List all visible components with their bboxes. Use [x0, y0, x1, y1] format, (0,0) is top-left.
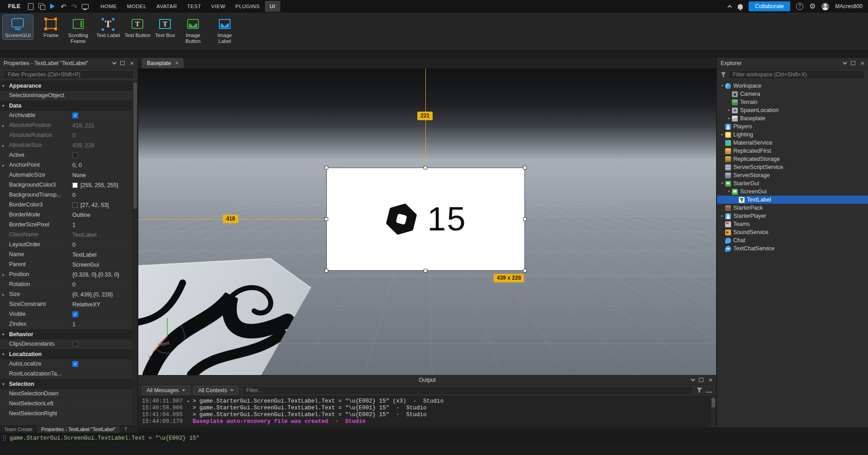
property-row-bordercolor3[interactable]: BorderColor3[27, 42, 53] [0, 200, 137, 210]
tree-node-lighting[interactable]: Lighting [717, 131, 868, 139]
messages-filter-dropdown[interactable]: All Messages [142, 386, 190, 395]
resize-handle[interactable] [325, 166, 328, 169]
tool-text-button[interactable]: Text Button [122, 15, 153, 39]
property-row-visible[interactable]: Visible [0, 310, 137, 319]
tool-image-button[interactable]: Image Button [177, 15, 209, 45]
tree-node-textchatservice[interactable]: TextChatService [717, 244, 868, 253]
property-row-parent[interactable]: ParentScreenGui [0, 260, 137, 270]
property-row-sizeconstraint[interactable]: SizeConstraintRelativeXY [0, 300, 137, 310]
menu-ui[interactable]: UI [265, 1, 281, 12]
tree-node-baseplate[interactable]: Baseplate [717, 114, 868, 122]
property-row-absoluteposition[interactable]: AbsolutePosition418, 221 [0, 121, 137, 131]
color-swatch[interactable] [72, 202, 78, 208]
property-value[interactable] [69, 359, 137, 369]
property-row-automaticsize[interactable]: AutomaticSizeNone [0, 170, 137, 180]
tree-node-spawnlocation[interactable]: SpawnLocation [717, 106, 868, 114]
color-swatch[interactable] [72, 183, 78, 188]
contexts-filter-dropdown[interactable]: All Contexts [193, 386, 238, 395]
tree-node-screengui[interactable]: ScreenGui [717, 188, 868, 196]
checkbox-checked-icon[interactable] [72, 113, 78, 118]
expand-open-icon[interactable] [726, 188, 731, 196]
property-value[interactable] [69, 409, 137, 418]
close-icon[interactable] [708, 376, 712, 384]
section-collapse-icon[interactable] [2, 329, 5, 339]
tool-screengui[interactable]: ScreenGUI [3, 15, 33, 39]
property-value[interactable] [69, 91, 137, 100]
expand-arrow-icon[interactable] [2, 270, 5, 280]
log-expand-icon[interactable]: ▸ [187, 398, 193, 405]
command-bar-input[interactable] [9, 435, 865, 441]
drag-grip-icon[interactable] [3, 435, 6, 441]
checkbox-checked-icon[interactable] [72, 361, 78, 367]
menu-model[interactable]: MODEL [122, 1, 151, 12]
tool-scrolling-frame[interactable]: Scrolling Frame [62, 15, 94, 45]
section-selection[interactable]: Selection [0, 379, 137, 389]
menu-test[interactable]: TEST [182, 1, 206, 12]
log-line[interactable]: 15:44:09.179Baseplate auto-recovery file… [142, 418, 709, 425]
property-value[interactable] [69, 339, 137, 349]
funnel-filter-icon[interactable] [721, 72, 726, 77]
file-menu[interactable]: FILE [4, 3, 25, 9]
menu-home[interactable]: HOME [95, 1, 122, 12]
section-collapse-icon[interactable] [2, 81, 5, 91]
close-icon[interactable] [130, 60, 134, 67]
property-value[interactable]: TextLabel [69, 250, 137, 259]
property-row-archivable[interactable]: Archivable [0, 111, 137, 121]
property-row-rootlocalizationtable[interactable]: RootLocalizationTa... [0, 369, 137, 379]
help-icon[interactable] [796, 3, 803, 10]
output-filter-input[interactable] [242, 386, 693, 395]
resize-handle[interactable] [325, 269, 328, 272]
checkbox-unchecked-icon[interactable] [72, 152, 78, 158]
property-row-bordersizepixel[interactable]: BorderSizePixel1 [0, 220, 137, 230]
expand-arrow-icon[interactable] [2, 160, 5, 170]
menu-avatar[interactable]: AVATAR [151, 1, 182, 12]
tree-node-terrain[interactable]: Terrain [717, 98, 868, 106]
funnel-filter-icon[interactable] [697, 388, 702, 393]
chevron-down-icon[interactable] [843, 60, 847, 65]
close-icon[interactable] [860, 60, 864, 67]
property-value[interactable] [69, 389, 137, 399]
property-row-bordermode[interactable]: BorderModeOutline [0, 210, 137, 220]
tool-image-label[interactable]: Image Label [209, 15, 241, 45]
property-row-zindex[interactable]: ZIndex1 [0, 319, 137, 329]
property-value[interactable]: 1 [69, 319, 137, 329]
menu-plugins[interactable]: PLUGINS [231, 1, 265, 12]
tab-team-create[interactable]: Team Create [0, 426, 37, 433]
tree-node-materialservice[interactable]: MaterialService [717, 139, 868, 147]
properties-scrollbar[interactable] [132, 81, 137, 425]
section-collapse-icon[interactable] [2, 349, 5, 359]
redo-icon[interactable] [70, 2, 79, 11]
float-window-icon[interactable] [699, 378, 703, 382]
property-row-rotation[interactable]: Rotation0 [0, 280, 137, 290]
tree-node-serverstorage[interactable]: ServerStorage [717, 171, 868, 179]
tree-node-starterpack[interactable]: StarterPack [717, 204, 868, 212]
chevron-down-icon[interactable] [691, 377, 695, 381]
tree-node-starterplayer[interactable]: StarterPlayer [717, 212, 868, 220]
property-row-absolutesize[interactable]: AbsoluteSize439, 228 [0, 141, 137, 150]
output-log[interactable]: 15:40:31.987▸> game.StarterGui.ScreenGui… [138, 396, 716, 427]
resize-handle[interactable] [424, 166, 427, 169]
section-collapse-icon[interactable] [2, 379, 5, 389]
tree-node-soundservice[interactable]: SoundService [717, 228, 868, 236]
property-row-backgroundtransparency[interactable]: BackgroundTransp...0 [0, 190, 137, 200]
textlabel-element[interactable]: 15 [326, 168, 525, 271]
collapse-ribbon-icon[interactable] [727, 5, 732, 9]
username[interactable]: MAcres600 [835, 3, 863, 9]
property-value[interactable] [69, 310, 137, 319]
tree-node-startergui[interactable]: StarterGui [717, 179, 868, 188]
tree-node-chat[interactable]: Chat [717, 236, 868, 244]
tree-node-camera[interactable]: Camera [717, 90, 868, 98]
explorer-filter-input[interactable] [729, 70, 864, 79]
log-line[interactable]: 15:40:58.966> game.StarterGui.ScreenGui.… [142, 405, 709, 412]
resize-handle[interactable] [424, 269, 427, 272]
tab-truncated[interactable]: T [120, 426, 132, 433]
property-row-position[interactable]: Position{0.328, 0},{0.33, 0} [0, 270, 137, 280]
tree-node-serverscriptservice[interactable]: ServerScriptService [717, 163, 868, 171]
section-data[interactable]: Data [0, 101, 137, 111]
property-value[interactable]: 0 [69, 240, 137, 249]
tool-text-box[interactable]: Text Box [153, 15, 177, 39]
property-row-clipsdescendants[interactable]: ClipsDescendants [0, 339, 137, 349]
expand-closed-icon[interactable] [720, 212, 725, 220]
expand-open-icon[interactable] [720, 82, 725, 90]
property-value[interactable]: None [69, 170, 137, 180]
